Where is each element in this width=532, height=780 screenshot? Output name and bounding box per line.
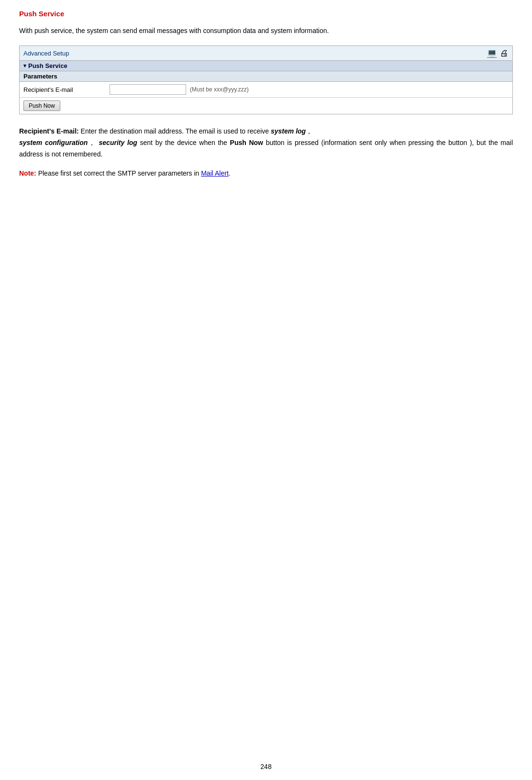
email-label: Recipient's E-mail <box>23 86 110 93</box>
description-section: Recipient's E-mail: Enter the destinatio… <box>19 126 513 160</box>
intro-paragraph: With push service, the system can send e… <box>19 25 513 36</box>
system-config-text: system configuration <box>19 139 88 146</box>
note-text: Please first set correct the SMTP server… <box>36 169 201 177</box>
panel-header-icons: 💻 🖨 <box>487 48 509 58</box>
advanced-setup-panel: Advanced Setup 💻 🖨 Push Service Paramete… <box>19 45 513 114</box>
printer-icon: 🖨 <box>500 48 509 58</box>
system-log-text: system log <box>271 127 306 135</box>
button-row: Push Now <box>20 98 512 114</box>
email-form-row: Recipient's E-mail (Must be xxx@yyy.zzz) <box>20 82 512 98</box>
page-title: Push Service <box>19 10 513 18</box>
comma2: ， <box>88 139 96 146</box>
panel-header: Advanced Setup 💻 🖨 <box>20 46 512 61</box>
note-label: Note: <box>19 169 36 177</box>
comma1: ， <box>306 127 312 135</box>
middle-text: sent by the device when the <box>137 139 230 146</box>
recipient-text: Enter the destination mail address. The … <box>79 127 271 135</box>
page-number: 248 <box>0 763 532 770</box>
push-now-button[interactable]: Push Now <box>23 100 60 111</box>
panel-header-title: Advanced Setup <box>23 50 69 57</box>
section-bar: Push Service <box>20 61 512 71</box>
security-log-text: security log <box>96 139 137 146</box>
recipient-label: Recipient's E-mail: <box>19 127 79 135</box>
computer-icon: 💻 <box>487 48 497 58</box>
note-end: . <box>229 169 231 177</box>
email-input[interactable] <box>110 84 186 95</box>
parameters-bar: Parameters <box>20 71 512 82</box>
mail-alert-link[interactable]: Mail Alert <box>201 169 229 177</box>
note-line: Note: Please first set correct the SMTP … <box>19 168 513 178</box>
push-now-label: Push Now <box>230 139 263 146</box>
email-hint: (Must be xxx@yyy.zzz) <box>190 86 249 93</box>
